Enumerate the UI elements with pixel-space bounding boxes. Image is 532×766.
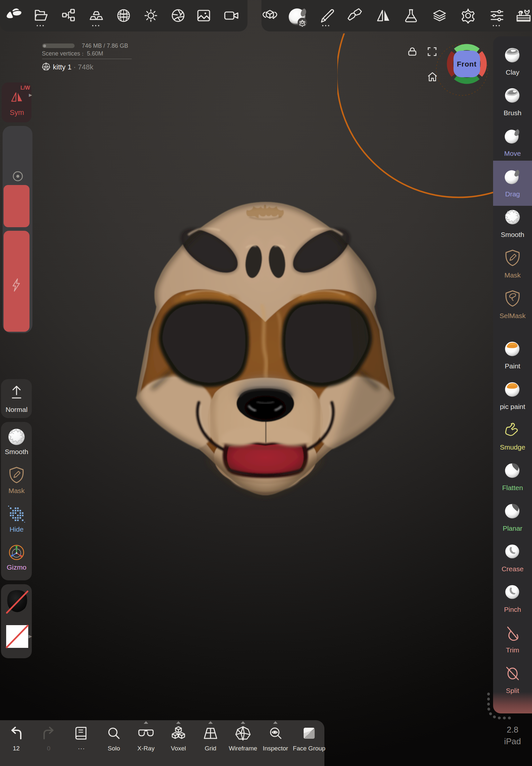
svg-text:Front: Front bbox=[457, 60, 477, 68]
